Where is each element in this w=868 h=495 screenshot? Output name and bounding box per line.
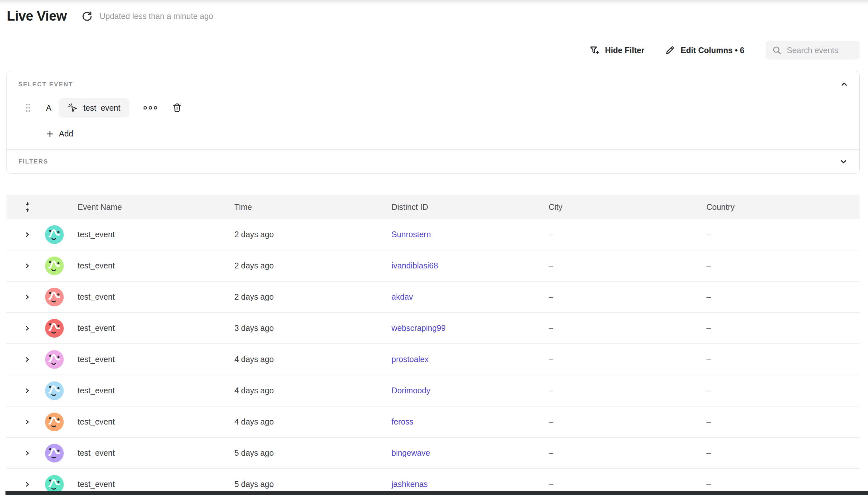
time-cell: 2 days ago [234, 261, 392, 270]
avatar-cell [31, 413, 78, 431]
distinct-id-link[interactable]: webscraping99 [392, 323, 446, 332]
distinct-id-link[interactable]: jashkenas [392, 480, 428, 489]
edit-columns-label: Edit Columns • 6 [681, 46, 744, 55]
row-expand-button[interactable] [23, 293, 31, 301]
distinct-id-link[interactable]: ivandiblasi68 [392, 261, 438, 270]
expand-filters-button[interactable] [839, 157, 848, 166]
distinct-id-link[interactable]: akdav [392, 292, 413, 301]
chevron-right-icon [23, 418, 31, 426]
avatar-cell [31, 225, 78, 244]
table-row[interactable]: test_event 4 days ago Dorimoody – – [6, 375, 860, 407]
distinct-id-link[interactable]: bingewave [392, 448, 430, 457]
city-cell: – [549, 230, 707, 239]
updated-status: Updated less than a minute ago [100, 12, 213, 21]
top-fade [0, 0, 868, 4]
event-selector-chip[interactable]: test_event [58, 98, 130, 118]
country-cell: – [707, 323, 860, 333]
chevron-up-icon [840, 80, 848, 88]
distinct-id-link[interactable]: Sunrostern [392, 230, 431, 239]
table-row[interactable]: test_event 4 days ago prostoalex – – [6, 344, 860, 375]
city-cell: – [549, 448, 707, 458]
event-name-cell: test_event [78, 292, 234, 302]
row-expand-button[interactable] [23, 387, 31, 395]
time-cell: 4 days ago [234, 355, 392, 364]
city-cell: – [549, 386, 707, 395]
table-header-row: Event NameTimeDistinct IDCityCountry [6, 195, 860, 219]
filters-label: FILTERS [18, 158, 48, 165]
search-icon [772, 45, 782, 55]
drag-handle[interactable] [25, 103, 31, 113]
hide-filter-label: Hide Filter [605, 46, 644, 55]
refresh-icon [81, 10, 92, 22]
filters-section: FILTERS [7, 150, 859, 173]
distinct-id-link[interactable]: Dorimoody [392, 386, 430, 395]
delete-event-button[interactable] [172, 102, 182, 113]
row-expand-button[interactable] [23, 418, 31, 426]
country-cell: – [707, 480, 860, 489]
row-expand-button[interactable] [23, 324, 31, 332]
collapse-section-button[interactable] [840, 80, 848, 88]
avatar [45, 381, 64, 400]
event-clause-row: A test_event [18, 98, 848, 118]
avatar-cell [31, 257, 78, 275]
city-cell: – [549, 261, 707, 270]
column-header-distinct-id[interactable]: Distinct ID [392, 202, 549, 212]
distinct-id-link[interactable]: feross [392, 417, 413, 426]
table-row[interactable]: test_event 2 days ago ivandiblasi68 – – [6, 251, 860, 281]
event-name-cell: test_event [78, 355, 234, 364]
event-name-cell: test_event [78, 386, 234, 395]
avatar-cell [31, 288, 78, 306]
refresh-button[interactable] [81, 10, 92, 22]
avatar-cell [31, 475, 78, 494]
column-header-city[interactable]: City [549, 202, 707, 212]
search-input[interactable] [782, 46, 860, 55]
collapse-rows-icon [23, 202, 31, 212]
add-event-button[interactable]: Add [46, 129, 73, 138]
avatar-cell [31, 444, 78, 462]
distinct-id-link[interactable]: prostoalex [392, 355, 428, 364]
avatar [45, 413, 64, 431]
row-expand-button[interactable] [23, 356, 31, 363]
column-header-time[interactable]: Time [234, 202, 392, 212]
row-expand-button[interactable] [23, 449, 31, 457]
chevron-right-icon [23, 449, 31, 457]
collapse-all-rows-button[interactable] [23, 202, 31, 212]
event-name-cell: test_event [78, 480, 234, 489]
table-row[interactable]: test_event 2 days ago akdav – – [6, 281, 860, 313]
chevron-right-icon [23, 387, 31, 395]
avatar [45, 225, 64, 244]
column-header-country[interactable]: Country [707, 202, 860, 212]
country-cell: – [707, 355, 860, 364]
time-cell: 2 days ago [234, 230, 392, 239]
table-row[interactable]: test_event 4 days ago feross – – [6, 407, 860, 438]
avatar [45, 319, 64, 338]
avatar [45, 475, 64, 494]
row-expand-button[interactable] [23, 480, 31, 488]
column-header-event-name[interactable]: Event Name [78, 202, 234, 212]
row-expand-button[interactable] [23, 231, 31, 238]
table-row[interactable]: test_event 5 days ago bingewave – – [6, 438, 860, 469]
event-name-cell: test_event [78, 261, 234, 270]
time-cell: 3 days ago [234, 323, 392, 333]
time-cell: 4 days ago [234, 417, 392, 426]
chevron-right-icon [23, 231, 31, 238]
country-cell: – [707, 448, 860, 458]
table-row[interactable]: test_event 3 days ago webscraping99 – – [6, 313, 860, 344]
event-overflow-menu-button[interactable] [143, 104, 158, 112]
time-cell: 2 days ago [234, 292, 392, 302]
avatar [45, 350, 64, 369]
select-event-label: SELECT EVENT [18, 81, 848, 88]
chevron-right-icon [23, 262, 31, 270]
chevron-down-icon [839, 157, 848, 166]
table-row[interactable]: test_event 2 days ago Sunrostern – – [6, 219, 860, 251]
time-cell: 4 days ago [234, 386, 392, 395]
country-cell: – [707, 417, 860, 426]
table-body: test_event 2 days ago Sunrostern – – t [6, 219, 860, 495]
event-name-cell: test_event [78, 448, 234, 458]
pencil-icon [665, 45, 675, 55]
row-expand-button[interactable] [23, 262, 31, 270]
city-cell: – [549, 480, 707, 489]
hide-filter-button[interactable]: Hide Filter [589, 45, 644, 55]
city-cell: – [549, 292, 707, 302]
edit-columns-button[interactable]: Edit Columns • 6 [665, 45, 744, 55]
